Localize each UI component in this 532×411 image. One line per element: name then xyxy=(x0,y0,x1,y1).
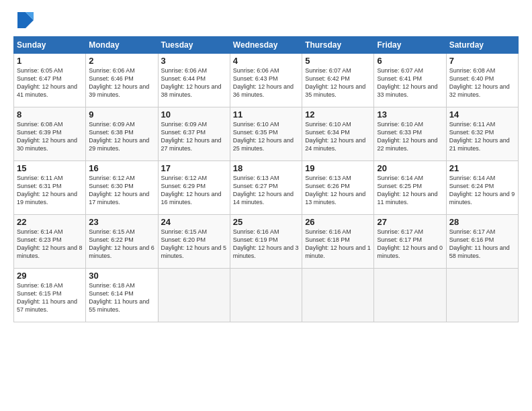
day-number: 3 xyxy=(161,56,227,66)
day-number: 29 xyxy=(17,271,83,281)
day-info: Sunrise: 6:13 AMSunset: 6:26 PMDaylight:… xyxy=(305,174,371,207)
calendar-cell: 23Sunrise: 6:15 AMSunset: 6:22 PMDayligh… xyxy=(86,215,158,269)
calendar-cell: 24Sunrise: 6:15 AMSunset: 6:20 PMDayligh… xyxy=(158,215,230,269)
day-number: 4 xyxy=(233,56,299,66)
day-number: 27 xyxy=(377,217,443,227)
calendar-cell: 5Sunrise: 6:07 AMSunset: 6:42 PMDaylight… xyxy=(302,54,374,107)
calendar-cell: 2Sunrise: 6:06 AMSunset: 6:46 PMDaylight… xyxy=(86,54,158,107)
weekday-header: Friday xyxy=(374,37,446,54)
calendar-cell: 26Sunrise: 6:16 AMSunset: 6:18 PMDayligh… xyxy=(302,215,374,269)
calendar-cell: 22Sunrise: 6:14 AMSunset: 6:23 PMDayligh… xyxy=(14,215,86,269)
day-info: Sunrise: 6:10 AMSunset: 6:34 PMDaylight:… xyxy=(305,120,371,153)
day-info: Sunrise: 6:06 AMSunset: 6:43 PMDaylight:… xyxy=(233,66,299,99)
day-info: Sunrise: 6:16 AMSunset: 6:18 PMDaylight:… xyxy=(305,228,371,261)
calendar-cell xyxy=(374,269,446,322)
page: SundayMondayTuesdayWednesdayThursdayFrid… xyxy=(0,0,532,411)
day-number: 26 xyxy=(305,217,371,227)
weekday-header: Tuesday xyxy=(158,37,230,54)
calendar-cell: 15Sunrise: 6:11 AMSunset: 6:31 PMDayligh… xyxy=(14,161,86,215)
day-info: Sunrise: 6:05 AMSunset: 6:47 PMDaylight:… xyxy=(17,66,83,99)
day-info: Sunrise: 6:09 AMSunset: 6:38 PMDaylight:… xyxy=(89,120,154,153)
day-number: 12 xyxy=(305,109,371,120)
day-info: Sunrise: 6:10 AMSunset: 6:33 PMDaylight:… xyxy=(377,120,443,153)
day-number: 5 xyxy=(305,56,371,66)
calendar-cell: 27Sunrise: 6:17 AMSunset: 6:17 PMDayligh… xyxy=(374,215,446,269)
day-number: 18 xyxy=(233,163,299,173)
day-info: Sunrise: 6:15 AMSunset: 6:20 PMDaylight:… xyxy=(161,228,227,261)
calendar-cell xyxy=(230,269,302,322)
day-number: 2 xyxy=(89,56,154,66)
day-number: 28 xyxy=(449,217,515,227)
day-number: 22 xyxy=(17,217,83,227)
calendar-cell: 13Sunrise: 6:10 AMSunset: 6:33 PMDayligh… xyxy=(374,107,446,161)
calendar-header-row: SundayMondayTuesdayWednesdayThursdayFrid… xyxy=(14,37,519,54)
calendar-cell xyxy=(446,269,518,322)
day-info: Sunrise: 6:14 AMSunset: 6:25 PMDaylight:… xyxy=(377,174,443,207)
logo xyxy=(13,11,38,30)
calendar-cell: 14Sunrise: 6:11 AMSunset: 6:32 PMDayligh… xyxy=(446,107,518,161)
calendar-cell: 10Sunrise: 6:09 AMSunset: 6:37 PMDayligh… xyxy=(158,107,230,161)
calendar-cell: 28Sunrise: 6:17 AMSunset: 6:16 PMDayligh… xyxy=(446,215,518,269)
day-info: Sunrise: 6:14 AMSunset: 6:24 PMDaylight:… xyxy=(449,174,515,207)
calendar-cell: 17Sunrise: 6:12 AMSunset: 6:29 PMDayligh… xyxy=(158,161,230,215)
calendar-cell: 20Sunrise: 6:14 AMSunset: 6:25 PMDayligh… xyxy=(374,161,446,215)
day-number: 7 xyxy=(449,56,515,66)
day-number: 30 xyxy=(89,271,154,281)
calendar-cell: 8Sunrise: 6:08 AMSunset: 6:39 PMDaylight… xyxy=(14,107,86,161)
day-number: 16 xyxy=(89,163,154,173)
calendar-cell: 21Sunrise: 6:14 AMSunset: 6:24 PMDayligh… xyxy=(446,161,518,215)
day-info: Sunrise: 6:12 AMSunset: 6:29 PMDaylight:… xyxy=(161,174,227,207)
calendar-cell: 29Sunrise: 6:18 AMSunset: 6:15 PMDayligh… xyxy=(14,269,86,322)
calendar-cell xyxy=(302,269,374,322)
day-info: Sunrise: 6:12 AMSunset: 6:30 PMDaylight:… xyxy=(89,174,154,207)
day-number: 1 xyxy=(17,56,83,66)
day-number: 13 xyxy=(377,109,443,120)
calendar-cell: 12Sunrise: 6:10 AMSunset: 6:34 PMDayligh… xyxy=(302,107,374,161)
day-number: 14 xyxy=(449,109,515,120)
day-number: 20 xyxy=(377,163,443,173)
day-info: Sunrise: 6:15 AMSunset: 6:22 PMDaylight:… xyxy=(89,228,154,261)
calendar-cell: 4Sunrise: 6:06 AMSunset: 6:43 PMDaylight… xyxy=(230,54,302,107)
calendar-cell: 3Sunrise: 6:06 AMSunset: 6:44 PMDaylight… xyxy=(158,54,230,107)
calendar-cell: 7Sunrise: 6:08 AMSunset: 6:40 PMDaylight… xyxy=(446,54,518,107)
day-info: Sunrise: 6:17 AMSunset: 6:16 PMDaylight:… xyxy=(449,228,515,261)
weekday-header: Saturday xyxy=(446,37,518,54)
weekday-header: Wednesday xyxy=(230,37,302,54)
day-number: 19 xyxy=(305,163,371,173)
day-info: Sunrise: 6:13 AMSunset: 6:27 PMDaylight:… xyxy=(233,174,299,207)
weekday-header: Monday xyxy=(86,37,158,54)
day-info: Sunrise: 6:11 AMSunset: 6:31 PMDaylight:… xyxy=(17,174,83,207)
day-number: 21 xyxy=(449,163,515,173)
day-number: 8 xyxy=(17,109,83,120)
calendar-cell: 18Sunrise: 6:13 AMSunset: 6:27 PMDayligh… xyxy=(230,161,302,215)
day-number: 25 xyxy=(233,217,299,227)
calendar-week-row: 8Sunrise: 6:08 AMSunset: 6:39 PMDaylight… xyxy=(14,107,519,161)
calendar-body: 1Sunrise: 6:05 AMSunset: 6:47 PMDaylight… xyxy=(14,54,519,322)
day-number: 15 xyxy=(17,163,83,173)
day-info: Sunrise: 6:08 AMSunset: 6:39 PMDaylight:… xyxy=(17,120,83,153)
day-info: Sunrise: 6:16 AMSunset: 6:19 PMDaylight:… xyxy=(233,228,299,261)
day-number: 17 xyxy=(161,163,227,173)
calendar-cell: 16Sunrise: 6:12 AMSunset: 6:30 PMDayligh… xyxy=(86,161,158,215)
day-number: 9 xyxy=(89,109,154,120)
day-number: 24 xyxy=(161,217,227,227)
calendar-cell: 11Sunrise: 6:10 AMSunset: 6:35 PMDayligh… xyxy=(230,107,302,161)
day-info: Sunrise: 6:10 AMSunset: 6:35 PMDaylight:… xyxy=(233,120,299,153)
header xyxy=(13,11,519,30)
calendar-week-row: 29Sunrise: 6:18 AMSunset: 6:15 PMDayligh… xyxy=(14,269,519,322)
day-info: Sunrise: 6:07 AMSunset: 6:41 PMDaylight:… xyxy=(377,66,443,99)
day-info: Sunrise: 6:11 AMSunset: 6:32 PMDaylight:… xyxy=(449,120,515,153)
calendar-cell: 6Sunrise: 6:07 AMSunset: 6:41 PMDaylight… xyxy=(374,54,446,107)
calendar-week-row: 22Sunrise: 6:14 AMSunset: 6:23 PMDayligh… xyxy=(14,215,519,269)
day-number: 11 xyxy=(233,109,299,120)
day-info: Sunrise: 6:06 AMSunset: 6:46 PMDaylight:… xyxy=(89,66,154,99)
calendar-week-row: 15Sunrise: 6:11 AMSunset: 6:31 PMDayligh… xyxy=(14,161,519,215)
day-number: 23 xyxy=(89,217,154,227)
calendar-cell: 1Sunrise: 6:05 AMSunset: 6:47 PMDaylight… xyxy=(14,54,86,107)
calendar-cell: 25Sunrise: 6:16 AMSunset: 6:19 PMDayligh… xyxy=(230,215,302,269)
day-info: Sunrise: 6:08 AMSunset: 6:40 PMDaylight:… xyxy=(449,66,515,99)
logo-icon xyxy=(13,11,35,30)
day-info: Sunrise: 6:14 AMSunset: 6:23 PMDaylight:… xyxy=(17,228,83,261)
calendar-cell: 9Sunrise: 6:09 AMSunset: 6:38 PMDaylight… xyxy=(86,107,158,161)
weekday-header: Sunday xyxy=(14,37,86,54)
